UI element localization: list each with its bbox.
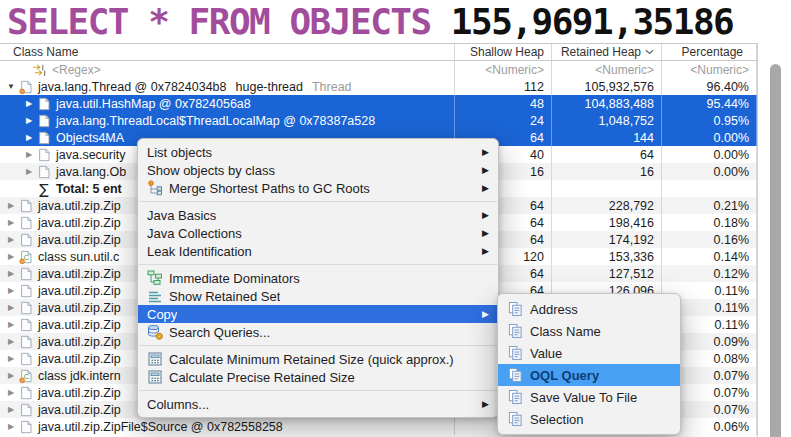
expand-arrow-icon[interactable]: ▼ [4, 82, 18, 91]
percentage-value: 0.12% [662, 265, 757, 282]
menu-item-selection[interactable]: Selection [498, 408, 680, 430]
menu-item-copy[interactable]: Copy ▶ [138, 305, 498, 323]
class-name-label: java.security [56, 148, 125, 162]
class-name-label: Objects4MA [56, 131, 124, 145]
table-row[interactable]: ▶ java.lang.ThreadLocal$ThreadLocalMap @… [0, 112, 757, 129]
merge-paths-icon [147, 180, 164, 196]
expand-arrow-icon[interactable]: ▶ [4, 320, 18, 329]
expand-arrow-icon[interactable]: ▶ [22, 150, 36, 159]
expand-arrow-icon[interactable]: ▶ [4, 286, 18, 295]
class-name-label: Total: 5 ent [56, 182, 122, 196]
shallow-heap-value: 48 [455, 95, 552, 112]
column-header-percentage[interactable]: Percentage [662, 44, 757, 60]
menu-separator [139, 345, 497, 346]
oql-query-title: SELECT * FROM OBJECTS 155,9691,35186 [0, 0, 791, 43]
menu-item-merge-shortest-paths-to-gc-roots[interactable]: Merge Shortest Paths to GC Roots ▶ [138, 179, 498, 197]
expand-arrow-icon[interactable]: ▶ [4, 303, 18, 312]
shallow-heap-filter-field[interactable]: <Numeric> [455, 61, 552, 78]
menu-item-show-objects-by-class[interactable]: Show objects by class ▶ [138, 161, 498, 179]
scrollbar-thumb[interactable] [770, 64, 781, 437]
shallow-heap-value: 112 [455, 78, 552, 95]
copy-icon [508, 345, 525, 361]
percentage-value: 0.00% [662, 163, 757, 180]
oql-query-text: SELECT * FROM OBJECTS [7, 1, 451, 42]
expand-arrow-icon[interactable]: ▶ [4, 405, 18, 414]
menu-item-value[interactable]: Value [498, 342, 680, 364]
vertical-scrollbar[interactable] [757, 43, 791, 437]
column-header-class-name[interactable]: Class Name [0, 44, 455, 60]
expand-arrow-icon[interactable]: ▶ [22, 133, 36, 142]
copy-icon [508, 323, 525, 339]
sort-descending-icon [645, 49, 654, 55]
class-name-label: java.util.zip.Zip [38, 386, 121, 400]
class-name-label: java.util.zip.Zip [38, 318, 121, 332]
class-name-label: java.util.zip.Zip [38, 199, 121, 213]
menu-item-java-collections[interactable]: Java Collections ▶ [138, 224, 498, 242]
menu-item-calculate-minimum-retained-size-quick-approx[interactable]: Calculate Minimum Retained Size (quick a… [138, 350, 498, 368]
retained-heap-value: 105,932,576 [552, 78, 662, 95]
menu-item-oql-query[interactable]: OQL Query [498, 364, 680, 386]
menu-item-leak-identification[interactable]: Leak Identification ▶ [138, 242, 498, 260]
expand-arrow-icon[interactable]: ▶ [4, 218, 18, 227]
object-icon [36, 96, 52, 112]
expand-arrow-icon[interactable]: ▶ [22, 99, 36, 108]
class-name-label: java.util.zip.ZipFile$Source @ 0x7825582… [38, 420, 283, 434]
menu-item-search-queries[interactable]: Search Queries... [138, 323, 498, 341]
table-row[interactable]: ▼ java.lang.Thread @ 0x7824034b8 huge-th… [0, 78, 757, 95]
expand-arrow-icon[interactable]: ▶ [4, 235, 18, 244]
menu-item-save-value-to-file[interactable]: Save Value To File [498, 386, 680, 408]
expand-arrow-icon[interactable]: ▶ [4, 422, 18, 431]
menu-item-class-name[interactable]: Class Name [498, 320, 680, 342]
menu-separator [139, 264, 497, 265]
object-icon [36, 113, 52, 129]
percentage-value: 0.14% [662, 248, 757, 265]
expand-arrow-icon[interactable]: ▶ [4, 269, 18, 278]
percentage-filter-field[interactable]: <Numeric> [662, 61, 757, 78]
column-header-shallow-heap[interactable]: Shallow Heap [455, 44, 552, 60]
object-icon [18, 215, 34, 231]
menu-item-java-basics[interactable]: Java Basics ▶ [138, 206, 498, 224]
table-row[interactable]: ▶ java.util.HashMap @ 0x7824056a8 48 104… [0, 95, 757, 112]
percentage-value: 0.95% [662, 112, 757, 129]
class-name-label: java.util.zip.Zip [38, 335, 121, 349]
copy-icon [508, 367, 525, 383]
expand-arrow-icon[interactable]: ▶ [4, 388, 18, 397]
expand-arrow-icon[interactable]: ▶ [4, 354, 18, 363]
menu-item-columns[interactable]: Columns... ▶ [138, 395, 498, 413]
filter-icon [32, 63, 47, 77]
submenu-arrow-icon: ▶ [482, 309, 489, 319]
expand-arrow-icon[interactable]: ▶ [4, 201, 18, 210]
expand-arrow-icon[interactable]: ▶ [22, 116, 36, 125]
retained-heap-value: 64 [552, 146, 662, 163]
menu-item-immediate-dominators[interactable]: Immediate Dominators [138, 269, 498, 287]
calculator-icon [147, 369, 164, 385]
class-name-label: java.util.zip.Zip [38, 267, 121, 281]
percentage-value [662, 180, 757, 197]
retained-heap-value: 144 [552, 129, 662, 146]
percentage-value: 0.18% [662, 214, 757, 231]
copy-icon [508, 411, 525, 427]
menu-item-show-retained-set[interactable]: Show Retained Set [138, 287, 498, 305]
sigma-icon: ∑ [36, 181, 52, 197]
retained-heap-value: 127,512 [552, 265, 662, 282]
thread-type-label: Thread [312, 80, 352, 94]
retained-heap-value: 104,883,488 [552, 95, 662, 112]
retained-heap-filter-field[interactable]: <Numeric> [552, 61, 662, 78]
regex-filter-field[interactable]: <Regex> [0, 61, 455, 78]
object-icon [18, 283, 34, 299]
expand-arrow-icon[interactable]: ▶ [22, 167, 36, 176]
expand-arrow-icon[interactable]: ▶ [4, 252, 18, 261]
copy-icon [508, 301, 525, 317]
menu-item-list-objects[interactable]: List objects ▶ [138, 143, 498, 161]
column-header-retained-heap[interactable]: Retained Heap [552, 44, 662, 60]
oql-query-result: 155,9691,35186 [451, 1, 733, 42]
menu-item-address[interactable]: Address [498, 298, 680, 320]
object-icon [18, 419, 34, 435]
submenu-arrow-icon: ▶ [482, 246, 489, 256]
expand-arrow-icon[interactable]: ▶ [4, 371, 18, 380]
retained-heap-value: 228,792 [552, 197, 662, 214]
expand-arrow-icon[interactable]: ▶ [4, 337, 18, 346]
class-name-label: java.util.zip.Zip [38, 216, 121, 230]
menu-item-calculate-precise-retained-size[interactable]: Calculate Precise Retained Size [138, 368, 498, 386]
object-icon [18, 266, 34, 282]
